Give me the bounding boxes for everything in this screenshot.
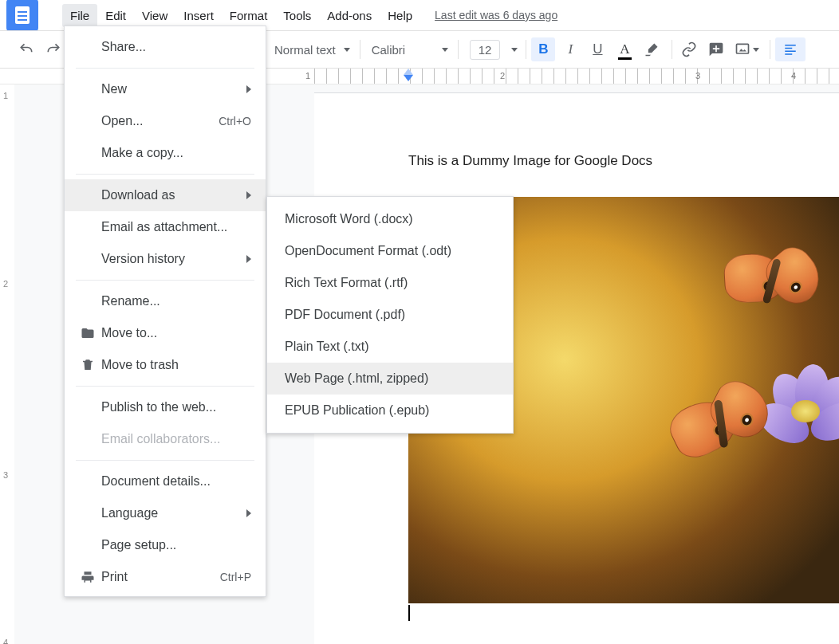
- file-menu-download-as[interactable]: Download as: [65, 179, 266, 211]
- menu-file[interactable]: File: [62, 4, 97, 27]
- vertical-ruler: 1 2 3 4: [0, 84, 14, 644]
- menu-item-label: Rename...: [101, 294, 251, 308]
- menu-tools[interactable]: Tools: [275, 4, 319, 27]
- docs-logo[interactable]: [6, 0, 38, 31]
- file-menu-new[interactable]: New: [65, 73, 266, 105]
- insert-link-button[interactable]: [677, 37, 701, 61]
- download-pdf[interactable]: PDF Document (.pdf): [267, 299, 513, 331]
- menu-item-label: Publish to the web...: [101, 400, 251, 414]
- file-menu-rename[interactable]: Rename...: [65, 285, 266, 317]
- bold-button[interactable]: B: [531, 37, 555, 61]
- left-indent-marker[interactable]: [404, 75, 413, 81]
- undo-button[interactable]: [14, 37, 38, 61]
- text-color-button[interactable]: A: [613, 37, 636, 61]
- last-edit-link[interactable]: Last edit was 6 days ago: [435, 9, 557, 22]
- font-family-select[interactable]: Calibri: [365, 43, 453, 57]
- chevron-right-icon: [246, 255, 251, 263]
- file-menu-language[interactable]: Language: [65, 497, 266, 529]
- file-menu-page-setup[interactable]: Page setup...: [65, 529, 266, 561]
- menu-separator: [76, 460, 254, 461]
- redo-button[interactable]: [41, 37, 65, 61]
- submenu-item-label: Microsoft Word (.docx): [285, 212, 413, 226]
- add-comment-button[interactable]: [704, 37, 728, 61]
- underline-button[interactable]: U: [585, 37, 609, 61]
- menu-item-label: Email as attachment...: [101, 220, 251, 234]
- chevron-down-icon: [344, 48, 350, 52]
- download-as-submenu: Microsoft Word (.docx) OpenDocument Form…: [266, 196, 514, 434]
- italic-button[interactable]: I: [558, 37, 582, 61]
- vruler-number: 3: [3, 470, 8, 480]
- chevron-down-icon: [442, 48, 448, 52]
- paragraph-style-label: Normal text: [274, 43, 336, 57]
- highlight-button[interactable]: [640, 37, 664, 61]
- chevron-right-icon: [246, 191, 251, 199]
- first-line-indent-marker[interactable]: [404, 69, 413, 75]
- align-left-button[interactable]: [775, 37, 806, 61]
- menu-item-label: Print: [101, 570, 220, 584]
- document-body-text[interactable]: This is a Dummy Image for Google Docs: [408, 153, 652, 169]
- insert-image-button[interactable]: [731, 37, 762, 61]
- svg-rect-3: [786, 51, 797, 53]
- menu-format[interactable]: Format: [222, 4, 276, 27]
- download-rtf[interactable]: Rich Text Format (.rtf): [267, 267, 513, 299]
- file-menu-version-history[interactable]: Version history: [65, 243, 266, 275]
- file-menu-email-attachment[interactable]: Email as attachment...: [65, 211, 266, 243]
- submenu-item-label: PDF Document (.pdf): [285, 308, 405, 322]
- separator: [458, 40, 459, 59]
- menu-separator: [76, 174, 254, 175]
- download-epub[interactable]: EPUB Publication (.epub): [267, 395, 513, 426]
- file-menu-email-collaborators: Email collaborators...: [65, 423, 266, 455]
- svg-rect-4: [786, 53, 793, 55]
- menu-separator: [76, 280, 254, 281]
- font-size-control[interactable]: 12: [467, 40, 518, 60]
- submenu-item-label: Web Page (.html, zipped): [285, 371, 428, 386]
- chevron-down-icon: [753, 48, 759, 52]
- separator: [526, 40, 526, 59]
- download-odt[interactable]: OpenDocument Format (.odt): [267, 235, 513, 267]
- menu-insert[interactable]: Insert: [175, 4, 222, 27]
- submenu-item-label: Rich Text Format (.rtf): [285, 276, 408, 290]
- menu-item-label: Download as: [101, 188, 246, 202]
- vruler-number: 4: [3, 638, 8, 644]
- ruler-number: 2: [500, 71, 505, 80]
- menu-item-label: Move to...: [101, 326, 251, 340]
- menu-view[interactable]: View: [134, 4, 175, 27]
- file-menu-dropdown: Share... New Open... Ctrl+O Make a copy.…: [64, 26, 266, 597]
- menu-item-label: Email collaborators...: [101, 432, 251, 446]
- chevron-right-icon: [246, 85, 251, 93]
- font-family-label: Calibri: [372, 43, 406, 57]
- download-docx[interactable]: Microsoft Word (.docx): [267, 203, 513, 235]
- svg-rect-0: [736, 44, 748, 53]
- chevron-down-icon: [511, 48, 518, 52]
- file-menu-open[interactable]: Open... Ctrl+O: [65, 105, 266, 137]
- menu-item-label: Share...: [101, 40, 251, 54]
- folder-icon: [77, 326, 98, 340]
- menu-separator: [76, 386, 254, 387]
- paragraph-style-select[interactable]: Normal text: [268, 43, 355, 57]
- vruler-number: 1: [3, 91, 8, 100]
- menu-shortcut: Ctrl+P: [220, 571, 251, 583]
- download-html[interactable]: Web Page (.html, zipped): [267, 363, 513, 395]
- svg-rect-2: [786, 48, 793, 49]
- file-menu-document-details[interactable]: Document details...: [65, 465, 266, 497]
- vruler-number: 2: [3, 279, 8, 289]
- menu-item-label: Language: [101, 506, 246, 520]
- ruler-number: 4: [791, 71, 796, 80]
- file-menu-publish-web[interactable]: Publish to the web...: [65, 391, 266, 423]
- separator: [672, 40, 672, 59]
- text-cursor: [408, 605, 410, 621]
- separator: [360, 40, 360, 59]
- file-menu-print[interactable]: Print Ctrl+P: [65, 561, 266, 593]
- file-menu-share[interactable]: Share...: [65, 31, 266, 63]
- ruler-number: 1: [305, 71, 310, 80]
- submenu-item-label: EPUB Publication (.epub): [285, 403, 429, 418]
- file-menu-move-to[interactable]: Move to...: [65, 317, 266, 349]
- menu-addons[interactable]: Add-ons: [319, 4, 380, 27]
- menu-edit[interactable]: Edit: [97, 4, 134, 27]
- file-menu-make-copy[interactable]: Make a copy...: [65, 137, 266, 169]
- font-size-value[interactable]: 12: [470, 40, 501, 60]
- menu-item-label: Open...: [101, 114, 219, 128]
- file-menu-move-to-trash[interactable]: Move to trash: [65, 349, 266, 381]
- menu-help[interactable]: Help: [380, 4, 420, 27]
- download-txt[interactable]: Plain Text (.txt): [267, 331, 513, 363]
